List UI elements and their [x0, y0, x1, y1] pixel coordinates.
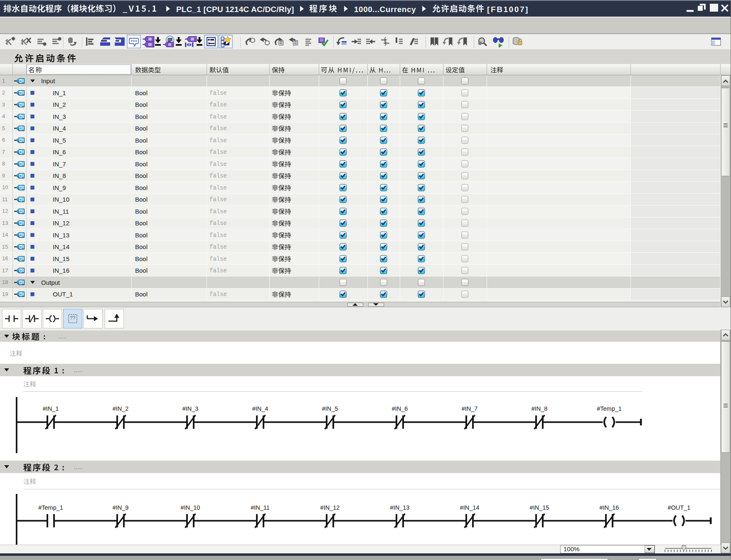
svg-text:#Temp_1: #Temp_1: [38, 504, 63, 511]
svg-text:#IN_15: #IN_15: [530, 504, 549, 511]
svg-text:#IN_6: #IN_6: [392, 405, 408, 412]
svg-text:#IN_14: #IN_14: [460, 504, 480, 511]
svg-text:#IN_8: #IN_8: [532, 405, 548, 412]
svg-text:#Temp_1: #Temp_1: [597, 405, 622, 412]
svg-text:#IN_10: #IN_10: [181, 504, 200, 511]
svg-text:#IN_3: #IN_3: [182, 405, 199, 412]
svg-text:#IN_9: #IN_9: [113, 504, 129, 511]
svg-text:#IN_7: #IN_7: [462, 405, 478, 412]
svg-text:#IN_11: #IN_11: [251, 504, 270, 511]
svg-text:#IN_16: #IN_16: [600, 504, 619, 511]
svg-text:#IN_1: #IN_1: [43, 405, 59, 412]
svg-text:#IN_2: #IN_2: [113, 405, 129, 412]
svg-text:#IN_5: #IN_5: [322, 405, 338, 412]
svg-text:#OUT_1: #OUT_1: [668, 504, 691, 511]
svg-text:#IN_13: #IN_13: [390, 504, 410, 511]
svg-text:#IN_4: #IN_4: [252, 405, 268, 412]
svg-text:#IN_12: #IN_12: [320, 504, 340, 511]
